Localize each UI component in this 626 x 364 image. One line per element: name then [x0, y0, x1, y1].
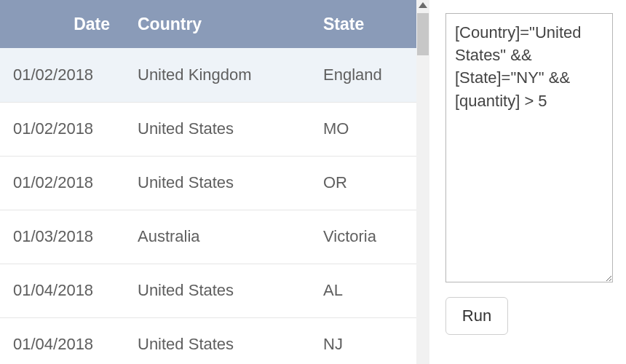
data-table-container: Date Country State 01/02/2018 United Kin… [0, 0, 429, 364]
cell-state: MO [313, 102, 429, 156]
cell-date: 01/02/2018 [0, 48, 127, 102]
cell-date: 01/04/2018 [0, 317, 127, 364]
table-row[interactable]: 01/02/2018 United States OR [0, 156, 429, 210]
table-row[interactable]: 01/04/2018 United States AL [0, 264, 429, 317]
cell-date: 01/02/2018 [0, 102, 127, 156]
column-header-country[interactable]: Country [127, 0, 313, 48]
scroll-up-icon[interactable] [419, 2, 427, 8]
cell-state: OR [313, 156, 429, 210]
cell-country: United States [127, 264, 313, 317]
cell-country: United Kingdom [127, 48, 313, 102]
cell-country: United States [127, 156, 313, 210]
table-row[interactable]: 01/03/2018 Australia Victoria [0, 210, 429, 264]
table-row[interactable]: 01/04/2018 United States NJ [0, 317, 429, 364]
vertical-scrollbar[interactable] [416, 0, 429, 364]
scroll-thumb[interactable] [417, 13, 429, 55]
column-header-date[interactable]: Date [0, 0, 127, 48]
table-row[interactable]: 01/02/2018 United Kingdom England [0, 48, 429, 102]
query-input[interactable] [445, 13, 613, 282]
cell-country: United States [127, 102, 313, 156]
run-button[interactable]: Run [445, 297, 508, 335]
cell-date: 01/04/2018 [0, 264, 127, 317]
cell-country: United States [127, 317, 313, 364]
cell-state: Victoria [313, 210, 429, 264]
table-row[interactable]: 01/02/2018 United States MO [0, 102, 429, 156]
query-panel: Run [429, 0, 626, 364]
cell-date: 01/02/2018 [0, 156, 127, 210]
cell-state: England [313, 48, 429, 102]
column-header-state[interactable]: State [313, 0, 429, 48]
cell-country: Australia [127, 210, 313, 264]
data-table: Date Country State 01/02/2018 United Kin… [0, 0, 429, 364]
cell-date: 01/03/2018 [0, 210, 127, 264]
cell-state: AL [313, 264, 429, 317]
cell-state: NJ [313, 317, 429, 364]
